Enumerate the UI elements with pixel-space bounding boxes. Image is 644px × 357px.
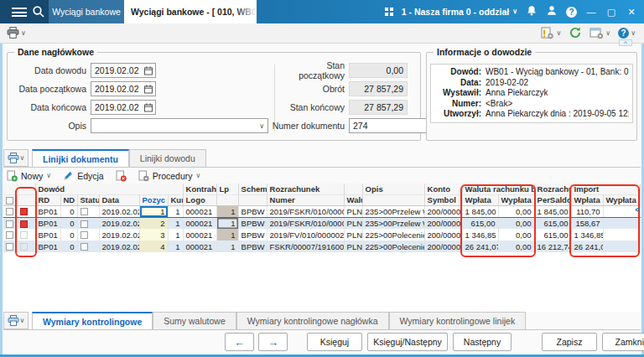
table-cell[interactable]: 1 845,00 (534, 205, 571, 217)
table-cell[interactable]: BPBW (238, 241, 267, 252)
calendar-icon[interactable] (144, 85, 153, 96)
table-cell[interactable]: 200/000021 (424, 205, 462, 217)
previous-record-button[interactable]: ← (225, 333, 254, 351)
tab-wymiary-kontrolingowe-linijek[interactable]: Wymiary kontrolingowe linijek (389, 312, 527, 329)
ksieguj-nastepny-button[interactable]: Księguj/Następny (367, 333, 448, 351)
column-header-rozrachunek[interactable]: Rozrachunek (267, 184, 344, 194)
column-header-import[interactable]: Import (571, 184, 640, 194)
row-status-checkbox[interactable] (80, 208, 88, 215)
tab-wymiary-kontrolingowe[interactable]: Wymiary kontrolingowe (32, 312, 153, 329)
row-select-checkbox[interactable] (6, 208, 13, 215)
column-header-waluta[interactable]: Waluta (344, 194, 362, 205)
column-header-konto[interactable]: Konto (424, 184, 462, 194)
column-header-import-wyplata[interactable]: Wypłata (603, 194, 640, 205)
grid-layout-icon[interactable]: ∨ (3, 312, 29, 329)
table-cell[interactable]: 615,00 (534, 229, 571, 241)
table-cell[interactable]: PLN (344, 217, 362, 229)
column-header-schemat[interactable]: Schemat (238, 184, 267, 194)
table-cell[interactable]: 000021 (183, 217, 216, 229)
table-cell[interactable]: PLN (344, 229, 362, 241)
table-cell[interactable]: 000021 (183, 241, 216, 252)
table-cell[interactable] (77, 205, 99, 217)
column-header-import-wplata[interactable]: Wpłata (571, 194, 603, 205)
column-header-rd[interactable]: RD (35, 194, 60, 205)
tab-wymiary-kontrolingowe-naglowka[interactable]: Wymiary kontrolingowe nagłówka (236, 312, 389, 329)
table-cell[interactable]: 615,00 (534, 217, 571, 229)
table-cell[interactable]: 4 (139, 241, 168, 252)
window-tab-inactive[interactable]: Wyciągi bankowe (49, 0, 124, 23)
table-cell[interactable]: BPBW (238, 205, 267, 217)
table-cell[interactable]: 200/000021 (424, 229, 462, 241)
table-cell[interactable] (603, 217, 640, 229)
collapse-panel-icon[interactable]: < (635, 205, 640, 215)
calendar-icon[interactable] (144, 66, 153, 77)
search-icon[interactable] (32, 5, 45, 18)
help-icon[interactable]: ? (566, 7, 577, 18)
data-koncowa-field[interactable]: 2019.02.02 (91, 100, 156, 115)
bell-icon[interactable] (526, 4, 538, 20)
row-status-checkbox[interactable] (80, 220, 88, 228)
table-cell[interactable]: 2019/FSKR/010/000001 (267, 205, 344, 217)
table-cell[interactable]: 2019/FSKR/010/000002 (267, 217, 344, 229)
table-cell[interactable]: BPBW (238, 217, 267, 229)
table-cell[interactable]: BPBW (238, 229, 267, 241)
table-cell[interactable] (3, 205, 17, 217)
table-cell[interactable]: 1 (216, 217, 238, 229)
table-cell[interactable] (17, 217, 35, 229)
table-cell[interactable]: 2019/FV/010/000002 (267, 229, 344, 241)
table-cell[interactable]: 200/000021 (424, 241, 462, 252)
edit-button[interactable]: Edycja (63, 170, 104, 181)
opis-dropdown[interactable]: ∨ (91, 118, 268, 133)
grid-layout-icon[interactable]: ∨ (3, 149, 29, 167)
column-header-kontrahent[interactable]: Kontrahent (183, 184, 216, 194)
table-cell[interactable]: 1 (216, 229, 238, 241)
column-header-nd[interactable]: ND (60, 194, 77, 205)
table-cell[interactable]: 0 (60, 229, 77, 241)
column-header-waluta-rachunku-banku[interactable]: Waluta rachunku banku (462, 184, 534, 194)
table-cell[interactable] (3, 241, 17, 252)
column-header-kurs[interactable]: Kurs (168, 194, 183, 205)
row-select-checkbox[interactable] (6, 220, 13, 228)
table-cell[interactable] (17, 241, 35, 252)
table-cell[interactable]: 0 (60, 241, 77, 252)
data-poczatkowa-field[interactable]: 2019.02.02 (91, 81, 156, 96)
table-cell[interactable]: PLN (344, 241, 362, 252)
apps-grid-icon[interactable] (385, 8, 393, 16)
table-cell[interactable]: FSKR/00007/19160089I (267, 241, 344, 252)
select-all-checkbox-cell[interactable] (3, 194, 17, 205)
refresh-button[interactable] (569, 26, 582, 39)
table-cell[interactable]: 0,00 (498, 241, 534, 252)
table-cell[interactable]: 1 346,85 (571, 229, 603, 241)
table-cell[interactable]: 2019.02.02 (99, 217, 139, 229)
table-cell[interactable]: 1 (168, 241, 183, 252)
zamknij-button[interactable]: Zamknij (602, 333, 644, 351)
data-dowodu-field[interactable]: 2019.02.02 (91, 63, 156, 78)
table-cell[interactable]: 0,00 (498, 217, 534, 229)
column-header-status[interactable]: Status (77, 194, 99, 205)
row-select-checkbox[interactable] (6, 231, 13, 239)
window-settings-button[interactable]: ∨ (589, 27, 610, 39)
maximize-button[interactable]: ▢ (605, 7, 617, 18)
table-cell[interactable] (77, 217, 99, 229)
table-row[interactable]: BP01 0 2019.02.02 2 1 000021 1 BPBW 2019… (3, 217, 640, 229)
ksieguj-button[interactable]: Księguj (307, 333, 362, 351)
table-cell[interactable]: 200/000021 (424, 217, 462, 229)
window-tab-active[interactable]: Wyciągi bankowe - [ 010, WB01, 0 (124, 0, 257, 23)
table-cell[interactable]: 0 (60, 217, 77, 229)
table-row[interactable]: BP01 0 2019.02.02 3 1 000021 1 BPBW 2019… (3, 229, 640, 241)
table-cell[interactable]: 16 212,74 (534, 241, 571, 252)
table-cell[interactable]: BP01 (35, 229, 60, 241)
collapse-toolbar-button[interactable]: ^ (619, 39, 632, 46)
table-cell[interactable]: 158,67 (571, 217, 603, 229)
column-header-persaldo[interactable]: PerSaldo (534, 194, 571, 205)
user-icon[interactable] (546, 4, 558, 20)
nastepny-button[interactable]: Następny (453, 333, 512, 351)
table-cell[interactable]: 26 241,07 (462, 241, 498, 252)
table-cell[interactable]: 000021 (183, 229, 216, 241)
company-context-selector[interactable]: 1 - Nasza firma 0 - oddział ∨ (402, 7, 517, 17)
table-cell[interactable]: 2019.02.02 (99, 241, 139, 252)
table-cell[interactable]: 615,00 (462, 217, 498, 229)
tab-linijki-dokumentu[interactable]: Linijki dokumentu (32, 149, 129, 167)
procedures-button[interactable]: Procedury ∨ (138, 170, 201, 182)
minimize-button[interactable]: — (585, 7, 597, 17)
